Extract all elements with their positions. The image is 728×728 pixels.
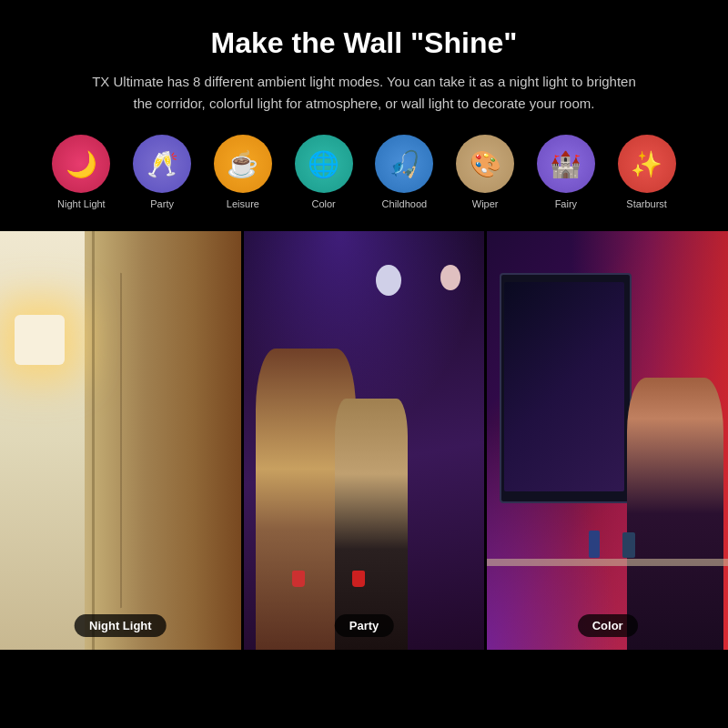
mode-label-leisure: Leisure <box>227 198 259 209</box>
panel-party-label: Party <box>335 614 394 637</box>
images-section: Night Light Party <box>0 231 728 650</box>
mode-label-fairy: Fairy <box>555 198 577 209</box>
top-section: Make the Wall "Shine" TX Ultimate has 8 … <box>0 0 728 231</box>
mode-item-color[interactable]: 🌐Color <box>288 135 359 209</box>
mode-item-party[interactable]: 🥂Party <box>126 135 198 209</box>
mode-label-color: Color <box>311 198 335 209</box>
mode-item-leisure[interactable]: ☕Leisure <box>207 135 279 209</box>
mode-icon-wiper: 🎨 <box>456 135 514 193</box>
panel-night-label: Night Light <box>75 614 167 637</box>
panel-party: Party <box>244 231 485 650</box>
mode-item-night-light[interactable]: 🌙Night Light <box>46 135 117 209</box>
modes-row: 🌙Night Light🥂Party☕Leisure🌐Color🎣Childho… <box>36 135 692 209</box>
mode-item-wiper[interactable]: 🎨Wiper <box>450 135 521 209</box>
mode-icon-childhood: 🎣 <box>375 135 433 193</box>
night-light-photo <box>0 231 241 650</box>
mode-icon-night-light: 🌙 <box>52 135 110 193</box>
mode-item-childhood[interactable]: 🎣Childhood <box>369 135 440 209</box>
mode-icon-party: 🥂 <box>133 135 191 193</box>
mode-label-night-light: Night Light <box>57 198 106 209</box>
mode-icon-fairy: 🏰 <box>537 135 595 193</box>
panel-color: Color <box>487 231 728 650</box>
mode-icon-color: 🌐 <box>295 135 353 193</box>
page-subtitle: TX Ultimate has 8 different ambient ligh… <box>82 71 646 115</box>
mode-label-party: Party <box>150 198 174 209</box>
party-photo <box>244 231 485 650</box>
mode-icon-leisure: ☕ <box>214 135 272 193</box>
page-title: Make the Wall "Shine" <box>36 25 692 60</box>
mode-item-starburst[interactable]: ✨Starburst <box>611 135 682 209</box>
mode-item-fairy[interactable]: 🏰Fairy <box>531 135 602 209</box>
mode-label-wiper: Wiper <box>472 198 499 209</box>
panel-night-light: Night Light <box>0 231 241 650</box>
mode-label-childhood: Childhood <box>382 198 428 209</box>
color-photo <box>487 231 728 650</box>
panel-color-label: Color <box>578 614 638 637</box>
mode-label-starburst: Starburst <box>626 198 667 209</box>
mode-icon-starburst: ✨ <box>618 135 676 193</box>
